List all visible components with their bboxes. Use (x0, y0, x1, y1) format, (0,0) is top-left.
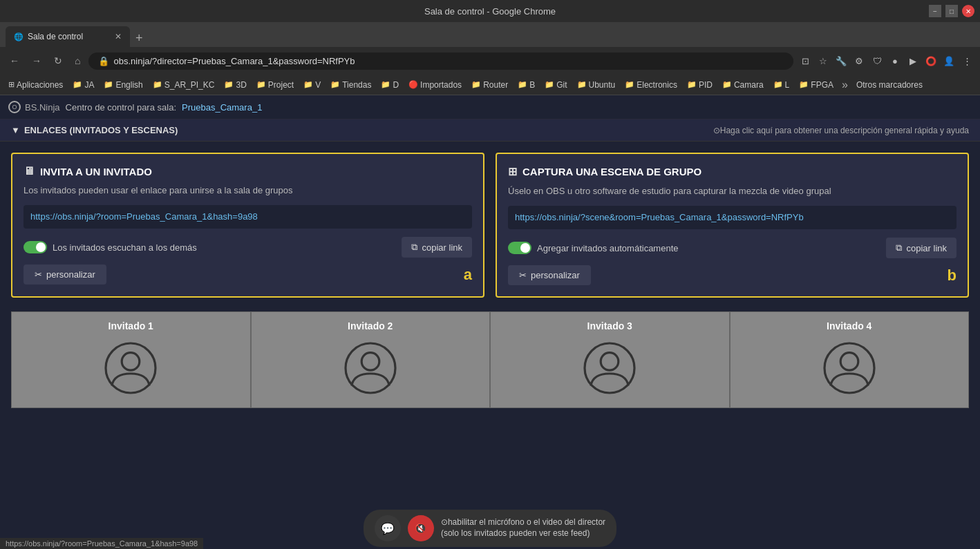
card-a-letter: a (464, 266, 472, 284)
bookmark-tiendas[interactable]: 📁 Tiendas (326, 79, 375, 91)
card-b-copy-label: copiar link (906, 243, 947, 253)
bookmark-router[interactable]: 📁 Router (467, 79, 512, 91)
ext-icon-1[interactable]: 🔧 (833, 53, 849, 68)
lock-icon: 🔒 (98, 56, 109, 66)
section-title[interactable]: ▼ ENLACES (INVITADOS Y ESCENAS) (11, 125, 178, 135)
back-button[interactable]: ← (6, 52, 23, 69)
bookmark-electronics-label: Electronics (637, 80, 677, 90)
folder-icon-16: 📁 (773, 80, 783, 89)
translate-icon[interactable]: ⊡ (798, 53, 813, 68)
bookmark-apps[interactable]: ⊞ Aplicaciones (4, 79, 67, 91)
bookmark-l[interactable]: 📁 L (769, 79, 794, 91)
chat-button[interactable]: 💬 (375, 515, 401, 541)
bookmark-sar[interactable]: 📁 S_AR_PI_KC (149, 79, 219, 91)
section-help[interactable]: ⊙Haga clic aquí para obtener una descrip… (713, 126, 969, 135)
folder-icon-9: 📁 (471, 80, 481, 89)
folder-icon: 📁 (73, 80, 82, 89)
section-help-text: ⊙Haga clic aquí para obtener una descrip… (713, 126, 969, 135)
active-tab[interactable]: 🌐 Sala de control ✕ (6, 26, 130, 47)
ext-icon-3[interactable]: 🛡 (869, 53, 885, 68)
new-tab-button[interactable]: + (130, 31, 149, 46)
bookmark-other[interactable]: Otros marcadores (852, 79, 927, 91)
bookmark-v[interactable]: 📁 V (299, 79, 325, 91)
profile-icon[interactable]: 👤 (941, 53, 957, 68)
folder-icon-5: 📁 (256, 80, 266, 89)
status-bar: https://obs.ninja/?room=Pruebas_Camara_1… (0, 538, 203, 549)
guest-1-avatar (100, 337, 162, 399)
home-button[interactable]: ⌂ (70, 52, 84, 69)
bookmark-project[interactable]: 📁 Project (252, 79, 298, 91)
bookmark-pid-label: PID (699, 80, 713, 90)
reload-button[interactable]: ↻ (50, 52, 66, 69)
bookmark-english-label: English (115, 80, 142, 90)
menu-icon[interactable]: ⋮ (959, 53, 974, 68)
card-a-link[interactable]: https://obs.ninja/?room=Pruebas_Camara_1… (23, 205, 472, 229)
window-title: Sala de control - Google Chrome (424, 6, 556, 17)
maximize-button[interactable]: □ (945, 5, 958, 17)
card-a-title: 🖥 INVITA A UN INVITADO (23, 165, 472, 177)
cards-area: 🖥 INVITA A UN INVITADO Los invitados pue… (0, 142, 980, 309)
bookmark-camara-label: Camara (734, 80, 764, 90)
apps-icon: ⊞ (8, 80, 15, 89)
bookmark-camara[interactable]: 📁 Camara (718, 79, 768, 91)
card-b-title: ⊞ CAPTURA UNA ESCENA DE GRUPO (508, 165, 957, 178)
bottom-notification: 💬 🔇 ⊙habilitar el micrófono o el video d… (364, 510, 616, 547)
card-a-personalize-button[interactable]: ✂ personalizar (23, 264, 106, 285)
ext-icon-4[interactable]: ● (887, 53, 903, 68)
card-b-toggle-label: Agregar invitados automáticamente (508, 242, 679, 254)
status-url: https://obs.ninja/?room=Pruebas_Camara_1… (6, 539, 198, 548)
bookmark-l-label: L (785, 80, 790, 90)
notification-text: ⊙habilitar el micrófono o el video del d… (441, 517, 605, 539)
bookmark-fpga[interactable]: 📁 FPGA (795, 79, 838, 91)
settings-icon: ✂ (35, 269, 42, 280)
folder-icon-10: 📁 (518, 80, 527, 89)
card-a-personalize-label: personalizar (46, 269, 95, 280)
ext-icon-2[interactable]: ⚙ (851, 53, 867, 68)
more-bookmarks-button[interactable]: » (839, 77, 851, 93)
bookmark-english[interactable]: 📁 English (100, 79, 147, 91)
ext-icon-5[interactable]: ▶ (905, 53, 921, 68)
card-a-bottom: ✂ personalizar a (23, 264, 472, 285)
bookmark-importados[interactable]: 🔴 Importados (404, 79, 466, 91)
card-b-personalize-button[interactable]: ✂ personalizar (508, 265, 591, 285)
card-a-copy-button[interactable]: ⧉ copiar link (402, 237, 472, 258)
guest-card-3: Invitado 3 (490, 311, 730, 408)
bookmark-3d-label: 3D (236, 80, 246, 90)
bookmark-pid[interactable]: 📁 PID (683, 79, 717, 91)
bookmark-d[interactable]: 📁 D (377, 79, 403, 91)
close-tab-button[interactable]: ✕ (115, 32, 122, 41)
mute-button[interactable]: 🔇 (408, 515, 434, 541)
star-icon[interactable]: ☆ (816, 53, 831, 68)
card-b-controls: Agregar invitados automáticamente ⧉ copi… (508, 238, 957, 258)
card-b-link[interactable]: https://obs.ninja/?scene&room=Pruebas_Ca… (508, 206, 957, 229)
close-button[interactable]: ✕ (962, 5, 974, 17)
bs-logo: O BS.Ninja (8, 101, 60, 113)
card-b-copy-button[interactable]: ⧉ copiar link (886, 238, 957, 258)
bookmark-b[interactable]: 📁 B (513, 79, 539, 91)
ext-icon-6[interactable]: ⭕ (923, 53, 939, 68)
bookmark-3d[interactable]: 📁 3D (220, 79, 250, 91)
bookmark-ubuntu-label: Ubuntu (589, 80, 616, 90)
url-bar[interactable]: 🔒 obs.ninja/?director=Pruebas_Camara_1&p… (88, 52, 793, 70)
bookmark-project-label: Project (268, 80, 294, 90)
folder-icon-3: 📁 (153, 80, 162, 89)
card-b-toggle[interactable] (508, 242, 531, 254)
minimize-button[interactable]: − (929, 5, 941, 17)
guest-4-name: Invitado 4 (827, 320, 871, 331)
svg-point-2 (346, 343, 395, 393)
forward-button[interactable]: → (28, 52, 46, 69)
card-b-personalize-label: personalizar (531, 270, 580, 280)
address-bar: ← → ↻ ⌂ 🔒 obs.ninja/?director=Pruebas_Ca… (0, 47, 980, 75)
settings-icon-b: ✂ (519, 270, 527, 280)
folder-icon-2: 📁 (104, 80, 113, 89)
card-a-toggle[interactable] (23, 241, 47, 253)
card-b-letter: b (948, 267, 957, 285)
guest-card-4: Invitado 4 (730, 311, 970, 408)
bookmark-other-label: Otros marcadores (856, 80, 923, 90)
bookmark-ja[interactable]: 📁 JA (68, 79, 98, 91)
bookmark-electronics[interactable]: 📁 Electronics (621, 79, 681, 91)
folder-icon-15: 📁 (722, 80, 732, 89)
bookmark-ubuntu[interactable]: 📁 Ubuntu (573, 79, 620, 91)
section-header: ▼ ENLACES (INVITADOS Y ESCENAS) ⊙Haga cl… (0, 119, 980, 142)
bookmark-git[interactable]: 📁 Git (540, 79, 571, 91)
